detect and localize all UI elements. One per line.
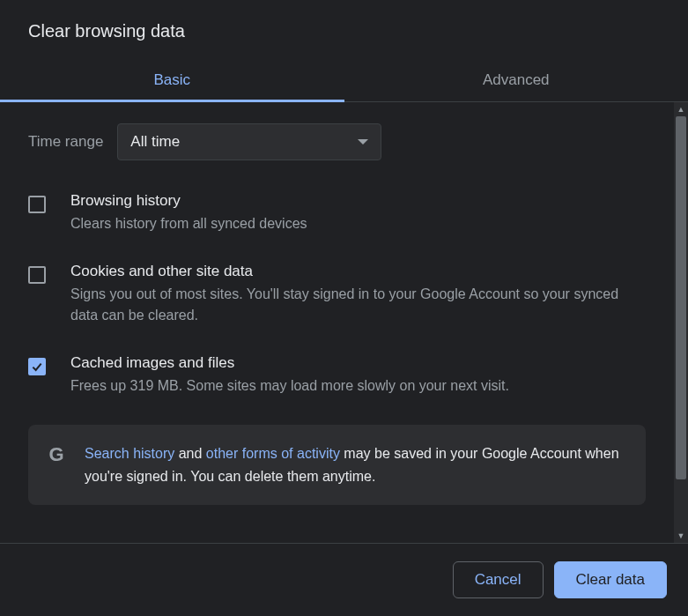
checkbox-cookies[interactable] [28, 266, 46, 284]
option-browsing-history: Browsing history Clears history from all… [28, 192, 646, 234]
tabs: Basic Advanced [0, 59, 688, 102]
link-other-activity[interactable]: other forms of activity [206, 446, 340, 461]
option-text: Cached images and files Frees up 319 MB.… [70, 354, 646, 397]
info-box: G Search history and other forms of acti… [28, 425, 646, 505]
time-range-select[interactable]: All time [117, 123, 381, 160]
info-text: Search history and other forms of activi… [85, 442, 628, 487]
option-title: Cookies and other site data [70, 263, 646, 280]
option-cookies: Cookies and other site data Signs you ou… [28, 263, 646, 326]
check-icon [30, 360, 44, 374]
time-range-row: Time range All time [28, 123, 646, 160]
checkbox-browsing-history[interactable] [28, 196, 46, 213]
option-desc: Frees up 319 MB. Some sites may load mor… [70, 375, 646, 397]
time-range-value: All time [130, 133, 180, 151]
option-title: Cached images and files [70, 354, 646, 372]
content: Time range All time Browsing history Cle… [0, 102, 674, 543]
scroll-up-icon[interactable]: ▲ [674, 102, 688, 116]
option-desc: Clears history from all synced devices [70, 213, 646, 234]
clear-browsing-data-dialog: Clear browsing data Basic Advanced Time … [0, 0, 688, 616]
option-title: Browsing history [70, 192, 646, 210]
content-wrap: Time range All time Browsing history Cle… [0, 102, 688, 543]
dialog-title: Clear browsing data [0, 0, 688, 59]
chevron-down-icon [358, 139, 368, 145]
scroll-thumb[interactable] [676, 116, 686, 479]
cancel-button[interactable]: Cancel [453, 561, 544, 598]
time-range-label: Time range [28, 133, 103, 151]
clear-data-button[interactable]: Clear data [554, 561, 667, 598]
link-search-history[interactable]: Search history [85, 446, 174, 461]
option-text: Cookies and other site data Signs you ou… [70, 263, 646, 326]
scrollbar[interactable]: ▲ ▼ [674, 102, 688, 543]
footer: Cancel Clear data [0, 543, 688, 616]
tab-advanced[interactable]: Advanced [344, 59, 689, 101]
scroll-down-icon[interactable]: ▼ [674, 529, 688, 543]
tab-basic[interactable]: Basic [0, 59, 344, 101]
scroll-track[interactable] [674, 116, 688, 529]
checkbox-cached[interactable] [28, 358, 46, 375]
option-text: Browsing history Clears history from all… [70, 192, 646, 234]
option-desc: Signs you out of most sites. You'll stay… [70, 284, 646, 326]
option-cached: Cached images and files Frees up 319 MB.… [28, 354, 646, 397]
google-icon: G [46, 444, 67, 465]
